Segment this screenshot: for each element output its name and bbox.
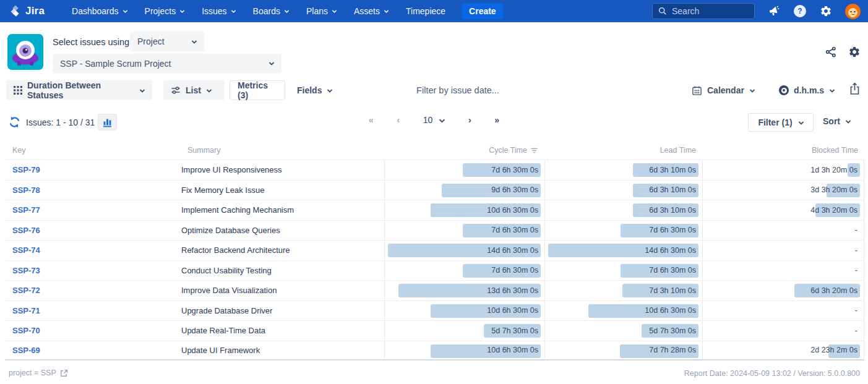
issue-key-link[interactable]: SSP-74 xyxy=(12,245,40,255)
issue-key-link[interactable]: SSP-78 xyxy=(12,186,40,195)
refresh-icon[interactable] xyxy=(8,116,21,129)
issue-key-link[interactable]: SSP-70 xyxy=(12,326,40,335)
issue-key-link[interactable]: SSP-73 xyxy=(12,266,40,275)
col-header-lead-time[interactable]: Lead Time xyxy=(544,146,702,155)
nav-item-assets[interactable]: Assets xyxy=(354,6,389,16)
share-icon[interactable] xyxy=(825,46,837,58)
nav-item-dashboards[interactable]: Dashboards xyxy=(72,6,128,16)
announcements-icon[interactable] xyxy=(767,4,781,18)
project-select[interactable]: SSP - Sample Scrum Project xyxy=(53,54,281,73)
chevron-down-icon xyxy=(139,88,145,93)
prev-page-button[interactable]: ‹ xyxy=(397,115,399,125)
view-mode-select[interactable]: List xyxy=(163,80,225,100)
top-navbar: Jira Dashboards Projects Issues Boards P… xyxy=(0,0,868,22)
blocked-time-value: 6d 3h 20m 0s xyxy=(810,281,857,301)
lead-time-value: 10d 6h 30m 0s xyxy=(645,301,696,321)
first-page-button[interactable]: « xyxy=(369,115,373,125)
next-page-button[interactable]: › xyxy=(468,115,471,125)
table-row: SSP-79Improve UI Responsiveness7d 6h 30m… xyxy=(5,160,864,180)
nav-item-projects[interactable]: Projects xyxy=(145,6,186,16)
chevron-down-icon xyxy=(231,9,236,14)
settings-icon[interactable] xyxy=(819,4,833,18)
blocked-time-cell: 4d 3h 20m 0s xyxy=(702,200,864,220)
col-header-summary[interactable]: Summary xyxy=(181,146,384,155)
fields-select[interactable]: Fields xyxy=(293,80,336,100)
blocked-time-value: 3d 3h 20m 0s xyxy=(810,181,857,200)
lead-time-cell: 7d 7h 28m 0s xyxy=(544,341,702,360)
nav-item-timepiece[interactable]: Timepiece xyxy=(406,6,445,16)
user-avatar[interactable] xyxy=(845,4,861,19)
chevron-down-icon xyxy=(749,88,755,93)
sliders-icon xyxy=(171,85,181,95)
nav-menu: Dashboards Projects Issues Boards Plans … xyxy=(72,6,445,16)
lead-time-value: 6d 3h 10m 0s xyxy=(649,181,696,200)
external-link-icon[interactable] xyxy=(60,369,68,377)
report-toolbar: Duration Between Statuses List Metrics (… xyxy=(0,80,868,101)
issues-bar: Issues: 1 - 10 / 31 « ‹ 10 › » Filter (1… xyxy=(0,113,868,133)
time-format-select[interactable]: d.h.m.s xyxy=(771,80,842,100)
col-header-key[interactable]: Key xyxy=(5,146,181,155)
nav-item-plans[interactable]: Plans xyxy=(306,6,337,16)
col-header-cycle-time[interactable]: Cycle Time xyxy=(384,146,544,155)
cycle-time-value: 7d 6h 30m 0s xyxy=(491,261,538,281)
issue-key-link[interactable]: SSP-69 xyxy=(12,346,40,355)
issue-key-link[interactable]: SSP-72 xyxy=(12,286,40,295)
issue-key-cell: SSP-73 xyxy=(5,261,181,281)
search-icon xyxy=(658,7,667,15)
search-box[interactable] xyxy=(652,3,755,19)
duration-format-icon xyxy=(779,85,789,95)
nav-item-issues[interactable]: Issues xyxy=(202,6,236,16)
issue-key-cell: SSP-72 xyxy=(5,281,181,301)
issue-summary-cell: Implement Caching Mechanism xyxy=(181,200,384,220)
table-row: SSP-69Update UI Framework10d 6h 30m 0s7d… xyxy=(5,341,864,361)
col-header-blocked-time[interactable]: Blocked Time xyxy=(702,146,864,155)
select-issues-label: Select issues using xyxy=(53,37,129,47)
blocked-time-value: 1d 3h 20m 0s xyxy=(810,160,857,180)
help-icon[interactable]: ? xyxy=(793,4,807,18)
calendar-select[interactable]: Calendar xyxy=(684,80,762,100)
lead-time-value: 6d 3h 10m 0s xyxy=(649,160,696,180)
chart-view-button[interactable] xyxy=(98,114,117,130)
report-settings-icon[interactable] xyxy=(848,46,861,58)
search-input[interactable] xyxy=(672,6,746,16)
table-body: SSP-79Improve UI Responsiveness7d 6h 30m… xyxy=(5,160,864,361)
issue-key-link[interactable]: SSP-77 xyxy=(12,205,40,215)
issue-key-cell: SSP-74 xyxy=(5,241,181,260)
cycle-time-cell: 7d 6h 30m 0s xyxy=(384,160,544,180)
issue-key-cell: SSP-78 xyxy=(5,181,181,200)
cycle-time-cell: 10d 6h 30m 0s xyxy=(384,200,544,220)
issue-key-link[interactable]: SSP-76 xyxy=(12,226,40,235)
cycle-time-cell: 5d 7h 30m 0s xyxy=(384,321,544,341)
issue-summary-cell: Optimize Database Queries xyxy=(181,221,384,241)
blocked-time-cell: - xyxy=(702,301,864,321)
nav-item-boards[interactable]: Boards xyxy=(253,6,290,16)
create-button[interactable]: Create xyxy=(462,3,504,19)
lead-time-value: 6d 3h 10m 0s xyxy=(649,200,696,220)
table-row: SSP-76Optimize Database Queries7d 6h 30m… xyxy=(5,220,864,241)
lead-time-cell: 5d 7h 30m 0s xyxy=(544,321,702,341)
cycle-time-value: 9d 6h 30m 0s xyxy=(491,181,538,200)
blocked-time-cell: 2d 23h 2m 0s xyxy=(702,341,864,360)
filter-button[interactable]: Filter (1) xyxy=(748,113,814,132)
cycle-time-value: 10d 6h 30m 0s xyxy=(487,200,538,220)
metrics-button[interactable]: Metrics (3) xyxy=(230,80,285,100)
jira-logo[interactable]: Jira xyxy=(9,4,45,18)
blocked-time-cell: - xyxy=(702,261,864,281)
issue-key-link[interactable]: SSP-79 xyxy=(12,165,40,174)
lead-time-cell: 6d 3h 10m 0s xyxy=(544,200,702,220)
last-page-button[interactable]: » xyxy=(494,115,499,125)
column-filter-icon[interactable] xyxy=(530,147,538,155)
export-icon[interactable] xyxy=(849,82,861,95)
issue-source-select[interactable]: Project xyxy=(130,32,204,51)
sort-button[interactable]: Sort xyxy=(823,116,851,126)
blocked-time-value: - xyxy=(855,221,857,241)
issue-key-cell: SSP-77 xyxy=(5,200,181,220)
chevron-down-icon xyxy=(384,9,389,14)
page-size-select[interactable]: 10 xyxy=(423,115,445,125)
issue-date-filter-input[interactable] xyxy=(371,80,544,100)
issue-key-link[interactable]: SSP-71 xyxy=(12,306,40,315)
chevron-down-icon xyxy=(327,88,332,93)
blocked-time-cell: 3d 3h 20m 0s xyxy=(702,181,864,200)
lead-time-cell: 7d 6h 30m 0s xyxy=(544,261,702,281)
report-type-select[interactable]: Duration Between Statuses xyxy=(6,80,152,100)
